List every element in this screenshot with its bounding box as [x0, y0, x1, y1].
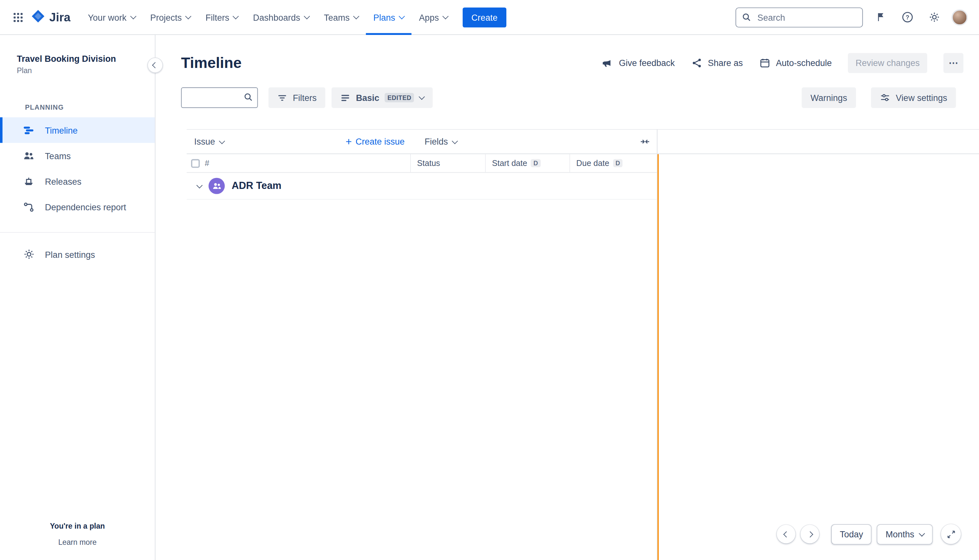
view-name-label: Basic — [356, 93, 379, 103]
sidebar-footer: You're in a plan Learn more — [0, 522, 155, 547]
sidebar-item-label: Plan settings — [45, 249, 95, 259]
nav-item-teams[interactable]: Teams — [316, 0, 366, 35]
nav-item-label: Your work — [88, 12, 127, 22]
nav-item-projects[interactable]: Projects — [143, 0, 198, 35]
header-actions: Give feedback Share as Auto-schedule Rev… — [601, 53, 964, 73]
view-settings-button[interactable]: View settings — [871, 87, 956, 108]
help-icon[interactable]: ? — [898, 8, 917, 27]
search-input[interactable] — [735, 7, 863, 27]
nav-item-plans[interactable]: Plans — [366, 0, 411, 35]
jira-logo-icon — [31, 9, 45, 25]
review-changes-button[interactable]: Review changes — [848, 53, 927, 73]
search-icon — [244, 92, 253, 104]
nav-item-label: Teams — [324, 12, 350, 22]
sidebar-item-teams[interactable]: Teams — [0, 143, 155, 168]
filters-button[interactable]: Filters — [268, 87, 325, 108]
plan-name: Travel Booking Division — [17, 54, 155, 64]
timeline-canvas[interactable]: Today Months — [658, 154, 979, 560]
nav-item-label: Filters — [205, 12, 229, 22]
nav-item-filters[interactable]: Filters — [198, 0, 246, 35]
sidebar-item-releases[interactable]: Releases — [0, 168, 155, 194]
chevron-down-icon — [419, 94, 425, 100]
chevron-down-icon — [304, 13, 310, 19]
chevron-down-icon[interactable] — [197, 182, 203, 188]
today-button[interactable]: Today — [832, 524, 871, 544]
nav-item-label: Plans — [373, 12, 395, 22]
settings-gear-icon[interactable] — [925, 8, 943, 27]
chevron-left-icon — [152, 62, 158, 68]
sidebar-items: TimelineTeamsReleasesDependencies report — [0, 117, 155, 220]
chevron-down-icon — [219, 138, 226, 144]
dependencies-icon — [22, 201, 35, 213]
timeline-header — [658, 129, 979, 154]
sidebar-collapse-button[interactable] — [147, 57, 163, 73]
due-date-column-header[interactable]: Due dateD — [570, 154, 657, 172]
give-feedback-label: Give feedback — [619, 58, 675, 68]
issue-header-label: Issue — [194, 137, 215, 147]
filter-icon — [277, 93, 287, 103]
flag-icon[interactable] — [871, 8, 890, 27]
sidebar-item-label: Releases — [45, 176, 82, 186]
fullscreen-button[interactable] — [941, 524, 961, 544]
main-content: Timeline Give feedback Share as Auto-sch… — [156, 35, 979, 560]
share-icon — [691, 57, 702, 68]
auto-schedule-calendar-icon — [759, 57, 770, 68]
chevron-down-icon — [130, 13, 136, 19]
view-selector-button[interactable]: Basic EDITED — [331, 87, 433, 108]
create-issue-button[interactable]: + Create issue — [346, 136, 404, 147]
sidebar-divider — [0, 232, 155, 233]
megaphone-icon — [601, 57, 613, 69]
teams-icon — [22, 150, 35, 162]
create-button[interactable]: Create — [463, 7, 506, 27]
team-avatar — [209, 178, 225, 194]
chevron-left-icon — [783, 531, 789, 537]
nav-item-label: Dashboards — [253, 12, 301, 22]
sidebar-item-plan-settings[interactable]: Plan settings — [0, 241, 155, 267]
more-actions-button[interactable]: ⋯ — [943, 53, 964, 73]
status-column-header[interactable]: Status — [411, 154, 486, 172]
chevron-right-icon — [807, 531, 813, 537]
sidebar-item-label: Timeline — [45, 125, 78, 135]
hash-column-header: # — [205, 158, 209, 168]
svg-text:?: ? — [905, 14, 909, 21]
share-as-label: Share as — [708, 58, 743, 68]
main-menu: Your workProjectsFiltersDashboardsTeamsP… — [80, 0, 455, 35]
user-avatar[interactable] — [951, 9, 968, 25]
jira-logo[interactable]: Jira — [31, 9, 70, 25]
auto-schedule-label: Auto-schedule — [776, 58, 832, 68]
fields-dropdown[interactable]: Fields — [424, 137, 457, 147]
zoom-range-dropdown[interactable]: Months — [877, 524, 932, 544]
sidebar-item-label: Dependencies report — [45, 202, 126, 212]
releases-icon — [22, 176, 35, 187]
team-group-row[interactable]: ADR Team — [187, 173, 657, 200]
edited-badge: EDITED — [385, 93, 414, 102]
team-name: ADR Team — [232, 180, 282, 192]
warnings-button[interactable]: Warnings — [802, 87, 856, 108]
start-date-column-header[interactable]: Start dateD — [486, 154, 570, 172]
select-all-checkbox[interactable] — [191, 159, 200, 168]
give-feedback-button[interactable]: Give feedback — [601, 57, 675, 69]
nav-item-apps[interactable]: Apps — [411, 0, 455, 35]
jira-logo-text: Jira — [49, 10, 70, 24]
scroll-right-button[interactable] — [800, 525, 819, 543]
nav-item-your-work[interactable]: Your work — [80, 0, 142, 35]
sidebar-item-dependencies-report[interactable]: Dependencies report — [0, 194, 155, 220]
app-switcher-icon[interactable] — [9, 8, 28, 27]
sidebar-item-timeline[interactable]: Timeline — [0, 117, 155, 143]
nav-item-dashboards[interactable]: Dashboards — [246, 0, 316, 35]
learn-more-link[interactable]: Learn more — [0, 538, 155, 547]
gear-icon — [22, 248, 35, 260]
scroll-left-button[interactable] — [777, 525, 795, 543]
timeline-search — [181, 87, 258, 108]
share-as-button[interactable]: Share as — [691, 57, 743, 68]
chevron-down-icon — [442, 13, 448, 19]
auto-schedule-button[interactable]: Auto-schedule — [759, 57, 832, 68]
page-title: Timeline — [181, 54, 242, 72]
chevron-down-icon — [452, 138, 458, 144]
collapse-fields-icon[interactable] — [640, 136, 651, 147]
view-settings-label: View settings — [896, 93, 947, 103]
filters-label: Filters — [293, 93, 317, 103]
plan-type-label: Plan — [17, 66, 155, 75]
top-navigation: Jira Your workProjectsFiltersDashboardsT… — [0, 0, 979, 35]
issue-column-header[interactable]: Issue — [194, 137, 224, 147]
